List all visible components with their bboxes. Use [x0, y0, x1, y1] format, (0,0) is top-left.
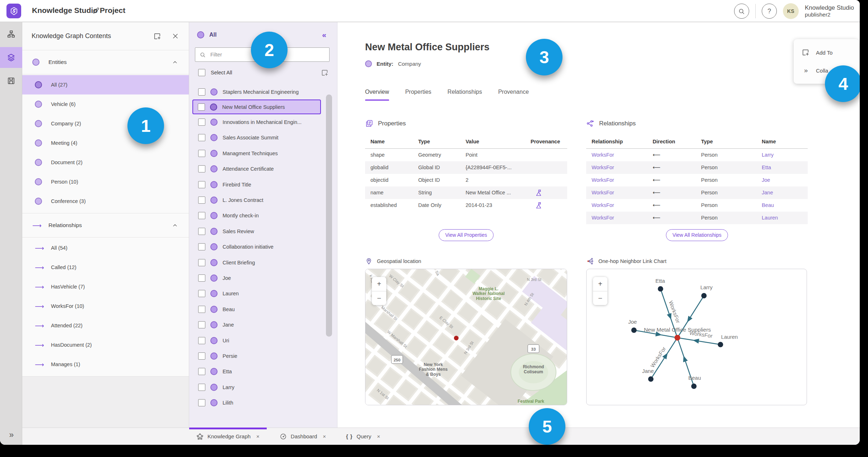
item-checkbox[interactable]	[198, 165, 205, 172]
view-all-relationships-button[interactable]: View All Relationships	[666, 229, 728, 241]
kgc-relationship-item[interactable]: ⟶ All (54)	[22, 238, 189, 258]
item-checkbox[interactable]	[198, 150, 205, 157]
view-all-properties-button[interactable]: View All Properties	[439, 229, 493, 241]
related-entity-link[interactable]: Etta	[762, 165, 771, 170]
list-item[interactable]: Joe	[189, 270, 321, 286]
bottom-tab-dashboard[interactable]: Dashboard ×	[272, 428, 333, 445]
kgc-relationship-item[interactable]: ⟶ Called (12)	[22, 258, 189, 277]
list-item[interactable]: Managment Techniques	[189, 146, 321, 161]
item-checkbox[interactable]	[198, 259, 205, 266]
edit-title-icon[interactable]	[92, 6, 100, 15]
tab-provenance[interactable]: Provenance	[498, 89, 529, 101]
kgc-entity-item[interactable]: Conference (3)	[22, 191, 189, 211]
graph-node[interactable]	[691, 384, 697, 389]
item-checkbox[interactable]	[198, 228, 205, 235]
tab-properties[interactable]: Properties	[405, 89, 431, 101]
item-checkbox[interactable]	[198, 274, 205, 282]
zoom-in-button[interactable]: +	[593, 277, 607, 291]
list-item[interactable]: Collaboration initiative	[189, 239, 321, 255]
zoom-in-button[interactable]: +	[372, 277, 386, 291]
relationship-link[interactable]: WorksFor	[592, 177, 614, 183]
relationship-link[interactable]: WorksFor	[592, 152, 614, 158]
item-checkbox[interactable]	[198, 119, 205, 126]
kgc-relationship-item[interactable]: ⟶ HasVehicle (7)	[22, 277, 189, 296]
kgc-entity-item[interactable]: Vehicle (6)	[22, 94, 189, 114]
list-item[interactable]: Beau	[189, 301, 321, 317]
relationship-link[interactable]: WorksFor	[592, 202, 614, 208]
rail-layers-icon[interactable]	[0, 47, 22, 68]
list-item[interactable]: Lilith	[189, 395, 321, 410]
list-item[interactable]: Firebird Title	[189, 177, 321, 192]
link-chart[interactable]: + − WorksForWorksForWorksForEttaLarryJoe…	[586, 269, 807, 405]
kgc-relationship-item[interactable]: ⟶ Manages (1)	[22, 355, 189, 374]
zoom-out-button[interactable]: −	[593, 291, 607, 305]
item-checkbox[interactable]	[198, 88, 205, 96]
item-checkbox[interactable]	[198, 212, 205, 219]
list-item[interactable]: Persie	[189, 348, 321, 364]
user-info[interactable]: Knowledge Studio publisher2	[805, 4, 854, 18]
related-entity-link[interactable]: Lauren	[762, 215, 778, 221]
bottom-tab-knowledge-graph[interactable]: Knowledge Graph ×	[189, 428, 267, 445]
kgc-relationship-item[interactable]: ⟶ HasDocument (2)	[22, 335, 189, 355]
list-item[interactable]: Etta	[189, 364, 321, 379]
kgc-relationship-item[interactable]: ⟶ Attended (22)	[22, 316, 189, 335]
graph-node[interactable]	[718, 342, 723, 347]
item-checkbox[interactable]	[198, 399, 205, 406]
list-item[interactable]: Larry	[189, 379, 321, 395]
item-checkbox[interactable]	[198, 243, 205, 250]
related-entity-link[interactable]: Joe	[762, 177, 770, 183]
relationship-link[interactable]: WorksFor	[592, 190, 614, 195]
graph-node[interactable]	[648, 377, 654, 382]
item-checkbox[interactable]	[198, 197, 205, 204]
graph-node[interactable]	[631, 328, 637, 333]
tab-overview[interactable]: Overview	[365, 89, 389, 101]
chevron-up-icon[interactable]	[172, 222, 178, 228]
list-item[interactable]: Montly check-in	[189, 208, 321, 223]
relationship-link[interactable]: WorksFor	[592, 215, 614, 221]
list-item[interactable]: New Metal Office Suppliers	[192, 100, 321, 114]
close-panel-icon[interactable]	[172, 33, 179, 40]
list-item[interactable]: Staplers Mechanical Engineering	[189, 84, 321, 100]
item-checkbox[interactable]	[198, 384, 205, 391]
list-item[interactable]: L. Jones Contract	[189, 192, 321, 208]
list-item[interactable]: Sales Associate Summit	[189, 130, 321, 146]
item-checkbox[interactable]	[198, 134, 205, 141]
item-checkbox[interactable]	[198, 321, 205, 328]
list-item[interactable]: Sales Review	[189, 223, 321, 239]
close-tab-icon[interactable]: ×	[256, 433, 260, 439]
center-node[interactable]	[675, 335, 680, 341]
chevron-up-icon[interactable]	[172, 59, 178, 65]
graph-node[interactable]	[701, 293, 707, 299]
help-button[interactable]: ?	[762, 4, 777, 19]
related-entity-link[interactable]: Larry	[762, 152, 774, 158]
rail-save-icon[interactable]	[0, 70, 22, 91]
list-item[interactable]: Lauren	[189, 286, 321, 301]
add-to-new-icon[interactable]	[153, 32, 161, 40]
rail-org-chart-icon[interactable]	[0, 24, 22, 45]
item-checkbox[interactable]	[198, 181, 205, 188]
bottom-tab-query[interactable]: { } Query ×	[339, 428, 387, 445]
select-all-checkbox[interactable]	[198, 69, 205, 76]
list-item[interactable]: Uri	[189, 333, 321, 348]
link-chart-canvas[interactable]: WorksForWorksForWorksForEttaLarryJoeLaur…	[587, 269, 807, 405]
entities-section-header[interactable]: Entities	[22, 50, 189, 74]
item-checkbox[interactable]	[198, 103, 205, 111]
relationships-section-header[interactable]: ⟶ Relationships	[22, 213, 189, 237]
kgc-entity-item[interactable]: All (27)	[22, 75, 189, 94]
scrollbar-thumb[interactable]	[326, 94, 332, 337]
list-item[interactable]: Innovations in Mechanical Engin...	[189, 114, 321, 130]
item-checkbox[interactable]	[198, 306, 205, 313]
collapse-panel-icon[interactable]: «	[322, 31, 326, 39]
related-entity-link[interactable]: Beau	[762, 202, 774, 208]
search-button[interactable]	[734, 4, 749, 19]
item-checkbox[interactable]	[198, 290, 205, 297]
item-checkbox[interactable]	[198, 368, 205, 375]
expand-rail-icon[interactable]: »	[0, 430, 22, 440]
kgc-entity-item[interactable]: Meeting (4)	[22, 133, 189, 153]
app-logo-icon[interactable]	[6, 4, 21, 18]
list-item[interactable]: Jane	[189, 317, 321, 332]
add-to-new-icon[interactable]	[321, 69, 328, 77]
list-item[interactable]: Client Briefing	[189, 255, 321, 270]
kgc-relationship-item[interactable]: ⟶ WorksFor (10)	[22, 296, 189, 316]
item-checkbox[interactable]	[198, 337, 205, 344]
